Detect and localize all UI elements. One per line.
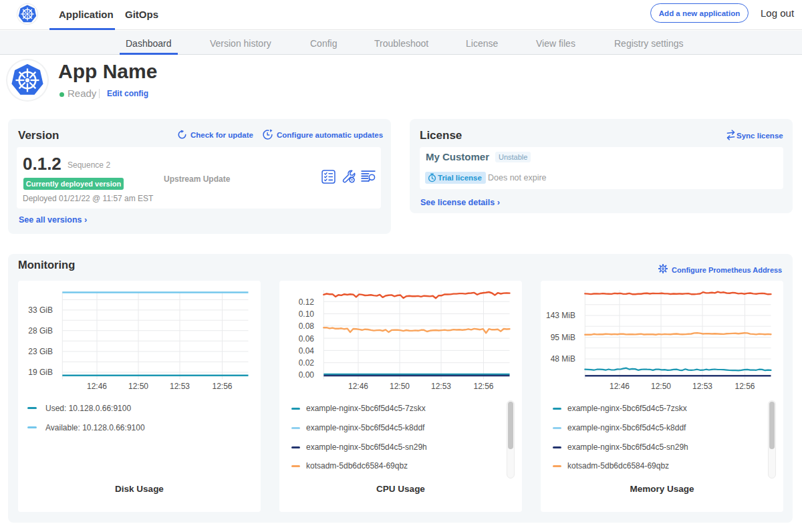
svg-text:12:50: 12:50 <box>651 382 671 391</box>
svg-text:23 GiB: 23 GiB <box>28 347 53 356</box>
svg-text:12:46: 12:46 <box>610 382 630 391</box>
svg-text:19 GiB: 19 GiB <box>28 368 53 377</box>
svg-text:0.10: 0.10 <box>299 309 315 319</box>
svg-text:12:53: 12:53 <box>431 382 451 391</box>
svg-text:12:46: 12:46 <box>87 382 107 391</box>
svg-text:143 MiB: 143 MiB <box>546 311 575 320</box>
svg-text:0.04: 0.04 <box>299 346 315 356</box>
svg-text:0.12: 0.12 <box>299 297 315 307</box>
svg-text:48 MiB: 48 MiB <box>551 354 575 364</box>
svg-text:12:53: 12:53 <box>692 382 712 391</box>
svg-text:12:50: 12:50 <box>390 382 410 391</box>
svg-text:12:46: 12:46 <box>348 382 368 391</box>
svg-text:12:50: 12:50 <box>128 382 148 391</box>
svg-text:0.02: 0.02 <box>299 358 315 368</box>
svg-text:0.06: 0.06 <box>299 334 315 344</box>
svg-text:12:53: 12:53 <box>170 382 190 391</box>
svg-text:28 GiB: 28 GiB <box>28 326 53 336</box>
svg-text:12:56: 12:56 <box>473 382 493 391</box>
svg-text:12:56: 12:56 <box>734 382 755 391</box>
svg-text:95 MiB: 95 MiB <box>551 333 575 342</box>
svg-text:0.08: 0.08 <box>299 321 315 331</box>
svg-text:33 GiB: 33 GiB <box>28 305 53 315</box>
svg-text:12:56: 12:56 <box>212 382 232 391</box>
svg-text:0.00: 0.00 <box>299 370 315 380</box>
